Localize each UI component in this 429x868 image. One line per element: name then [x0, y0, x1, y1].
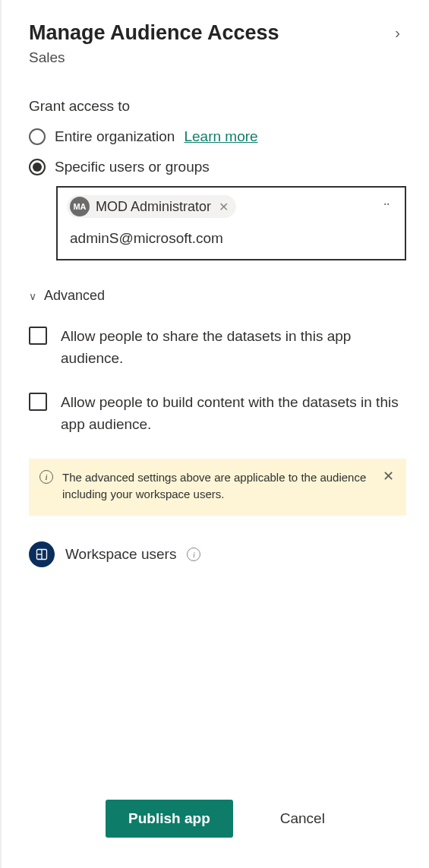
- avatar: MA: [70, 197, 90, 216]
- publish-app-button[interactable]: Publish app: [106, 800, 233, 838]
- allow-share-label: Allow people to share the datasets in th…: [61, 325, 399, 370]
- people-picker[interactable]: MA MOD Administrator ✕ ‧ ‧: [56, 186, 406, 260]
- learn-more-link[interactable]: Learn more: [184, 128, 257, 145]
- radio-entire-organization-row[interactable]: Entire organization Learn more: [29, 128, 406, 145]
- footer: Publish app Cancel: [29, 780, 406, 868]
- advanced-info-bar: i The advanced settings above are applic…: [29, 459, 406, 516]
- advanced-toggle[interactable]: ∨ Advanced: [29, 288, 406, 304]
- workspace-users-label: Workspace users: [65, 546, 176, 563]
- radio-entire-organization[interactable]: [29, 128, 46, 145]
- workspace-users-row: Workspace users i: [29, 541, 406, 567]
- audience-name: Sales: [29, 49, 406, 66]
- workspace-icon: [29, 541, 55, 567]
- remove-chip-button[interactable]: ✕: [217, 200, 230, 214]
- panel-header: Manage Audience Access ›: [29, 21, 406, 45]
- radio-specific-users-row[interactable]: Specific users or groups: [29, 159, 406, 175]
- cancel-button[interactable]: Cancel: [276, 810, 330, 828]
- workspace-users-info-icon[interactable]: i: [187, 548, 200, 561]
- caret-indicator: ‧ ‧: [383, 198, 388, 210]
- allow-share-checkbox[interactable]: [29, 327, 47, 345]
- allow-share-row: Allow people to share the datasets in th…: [29, 325, 406, 370]
- audience-access-panel: Manage Audience Access › Sales Grant acc…: [0, 0, 429, 868]
- people-picker-input[interactable]: [67, 229, 396, 248]
- radio-entire-organization-label: Entire organization: [55, 128, 175, 145]
- collapse-panel-button[interactable]: ›: [389, 21, 406, 45]
- panel-title: Manage Audience Access: [29, 21, 279, 45]
- advanced-label: Advanced: [44, 288, 105, 304]
- allow-build-checkbox[interactable]: [29, 393, 47, 411]
- radio-specific-users-label: Specific users or groups: [55, 159, 210, 175]
- people-chip: MA MOD Administrator ✕: [67, 195, 236, 218]
- allow-build-row: Allow people to build content with the d…: [29, 391, 406, 436]
- info-text: The advanced settings above are applicab…: [62, 469, 372, 503]
- grant-access-label: Grant access to: [29, 98, 406, 115]
- dismiss-info-button[interactable]: ✕: [381, 469, 396, 483]
- info-icon: i: [39, 470, 53, 484]
- radio-specific-users[interactable]: [29, 159, 46, 175]
- allow-build-label: Allow people to build content with the d…: [61, 391, 399, 436]
- chevron-down-icon: ∨: [29, 290, 36, 302]
- chip-name: MOD Administrator: [96, 199, 211, 215]
